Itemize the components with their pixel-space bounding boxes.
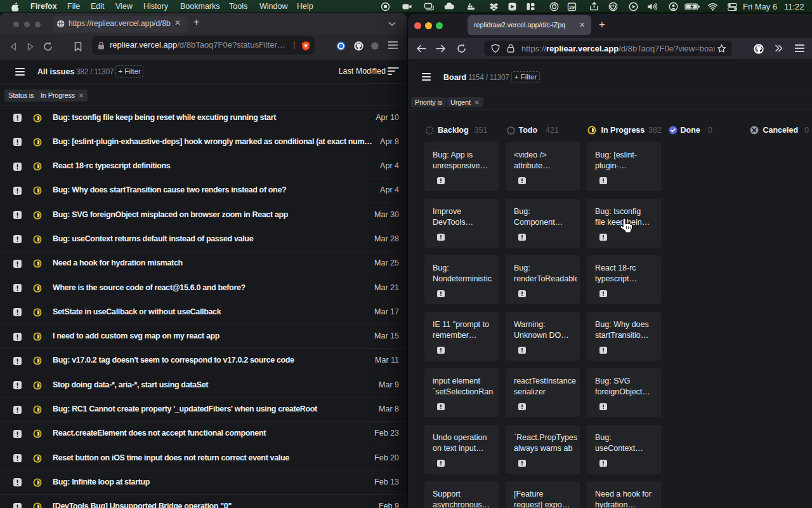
svg-text:29: 29: [569, 4, 575, 10]
